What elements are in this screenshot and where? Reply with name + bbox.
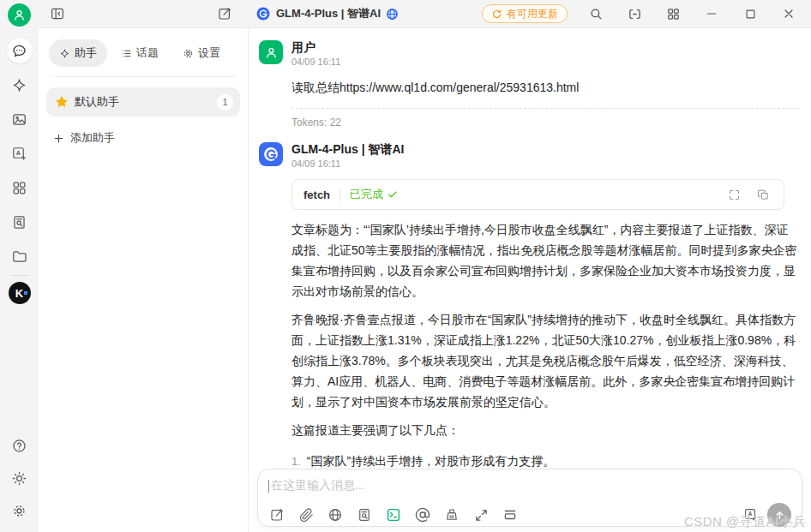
tab-settings[interactable]: 设置 (172, 39, 231, 67)
assistant-message-avatar[interactable] (259, 142, 283, 166)
refresh-icon (491, 9, 502, 20)
plus-icon (53, 133, 64, 144)
copy-icon (757, 188, 772, 201)
topic-count-badge: 1 (217, 94, 233, 111)
tab-topics[interactable]: 话题 (111, 39, 169, 67)
at-sign-icon (415, 507, 430, 523)
star-icon (55, 95, 69, 109)
glm-logo-icon (261, 145, 280, 164)
message-time: 04/09 16:11 (291, 158, 797, 169)
sidebar-item-paintings[interactable] (7, 106, 33, 132)
sidebar-item-knowledge[interactable] (7, 209, 33, 235)
user-avatar[interactable] (8, 3, 31, 27)
close-icon (782, 7, 796, 21)
tab-assistants-label: 助手 (75, 45, 97, 61)
edit-icon (217, 6, 232, 21)
document-search-icon (357, 507, 372, 523)
apps-grid-icon (11, 180, 27, 196)
edit-icon (269, 507, 285, 523)
settings-button[interactable] (7, 498, 33, 523)
sidebar-item-mini-app[interactable]: K (9, 282, 31, 304)
sidebar-item-files[interactable] (7, 243, 33, 269)
sun-icon (11, 470, 27, 487)
user-message: 用户 04/09 16:11 读取总结https://www.ql1d.com/… (259, 40, 811, 129)
sidebar-item-apps[interactable] (7, 175, 33, 200)
message-text: 读取总结https://www.ql1d.com/general/2593161… (291, 77, 797, 98)
sidebar-item-translate[interactable]: A (7, 140, 33, 166)
chat-bubble-icon (11, 43, 27, 59)
mini-app-dot (24, 291, 27, 295)
tab-assistants[interactable]: 助手 (49, 39, 107, 67)
tool-copy-button[interactable] (757, 187, 772, 202)
tokens-label: Tokens: 22 (291, 117, 797, 129)
list-icon (121, 48, 132, 59)
answer-paragraph: 齐鲁晚报·齐鲁壹点报道，今日股市在“国家队”持续增持的推动下，收盘时全线飘红。具… (291, 309, 797, 412)
svg-text:A: A (748, 511, 752, 517)
update-label: 有可用更新 (507, 7, 558, 21)
message-author: 用户 (291, 40, 797, 54)
panel-tabs: 助手 话题 设置 (39, 39, 248, 67)
gear-icon (11, 503, 27, 519)
mini-window-button[interactable] (624, 3, 645, 24)
broom-icon (444, 507, 460, 523)
translate-button[interactable]: A (742, 506, 760, 523)
titlebar: GLM-4-Plus | 智谱AI 有可用更新 (39, 0, 811, 27)
tool-expand-button[interactable] (728, 187, 743, 202)
new-context-button[interactable] (268, 506, 285, 523)
composer[interactable]: 在这里输入消息... A (257, 469, 802, 527)
message-input[interactable]: 在这里输入消息... (268, 477, 791, 494)
folder-icon (11, 248, 27, 265)
collapse-lines-icon (502, 507, 518, 523)
window-close-button[interactable] (778, 3, 799, 24)
add-assistant-label: 添加助手 (70, 130, 115, 146)
message-list: 用户 04/09 16:11 读取总结https://www.ql1d.com/… (249, 28, 811, 529)
collapse-sidebar-button[interactable] (47, 3, 68, 24)
mcp-tools-button[interactable] (385, 506, 402, 523)
svg-text:A: A (16, 149, 21, 156)
chat-area: 用户 04/09 16:11 读取总结https://www.ql1d.com/… (249, 28, 811, 532)
new-topic-button[interactable] (214, 3, 235, 24)
person-icon (12, 8, 27, 22)
check-icon (387, 188, 399, 200)
tool-divider (339, 188, 340, 201)
assistant-item-default[interactable]: 默认助手 1 (46, 87, 240, 117)
clear-context-button[interactable] (443, 506, 460, 523)
web-search-button[interactable] (327, 506, 344, 523)
sidebar-item-assistants[interactable] (7, 38, 33, 63)
update-available-button[interactable]: 有可用更新 (482, 4, 568, 23)
globe-blue-icon (386, 8, 399, 21)
window-maximize-button[interactable] (740, 3, 760, 24)
input-placeholder: 在这里输入消息... (271, 478, 365, 493)
tool-call-card[interactable]: fetch 已完成 (291, 179, 784, 210)
help-button[interactable] (7, 433, 33, 458)
fullscreen-icon (728, 188, 743, 201)
mini-app-label: K (15, 287, 23, 300)
theme-toggle-button[interactable] (7, 465, 33, 491)
apps-launcher-button[interactable] (663, 3, 683, 24)
sidebar-item-agents[interactable] (7, 72, 33, 98)
mention-model-button[interactable] (414, 506, 431, 523)
tool-status-label: 已完成 (350, 187, 383, 202)
search-button[interactable] (586, 3, 606, 24)
attachment-button[interactable] (297, 506, 315, 523)
message-time: 04/09 16:11 (291, 57, 797, 67)
translate-icon: A (11, 146, 27, 162)
search-icon (589, 7, 604, 21)
send-button[interactable] (767, 503, 791, 527)
user-message-avatar[interactable] (259, 40, 283, 64)
collapse-toolbar-button[interactable] (502, 506, 519, 523)
tab-topics-label: 话题 (136, 45, 159, 61)
window-minimize-button[interactable] (701, 3, 722, 24)
nav-rail: A K (0, 0, 39, 532)
collapse-panel-icon (50, 6, 65, 21)
add-assistant-button[interactable]: 添加助手 (53, 130, 115, 146)
knowledge-base-button[interactable] (356, 506, 373, 523)
paperclip-icon (299, 508, 314, 523)
model-selector[interactable]: GLM-4-Plus | 智谱AI (255, 6, 399, 21)
expand-input-button[interactable] (472, 506, 490, 523)
assistant-item-label: 默认助手 (75, 94, 211, 110)
maximize-icon (744, 8, 757, 21)
rail-divider (10, 275, 29, 276)
message-author: GLM-4-Plus | 智谱AI (291, 142, 797, 156)
answer-paragraph: 文章标题为：“‘国家队’持续出手增持,今日股市收盘全线飘红”，内容主要报道了上证… (291, 219, 797, 302)
